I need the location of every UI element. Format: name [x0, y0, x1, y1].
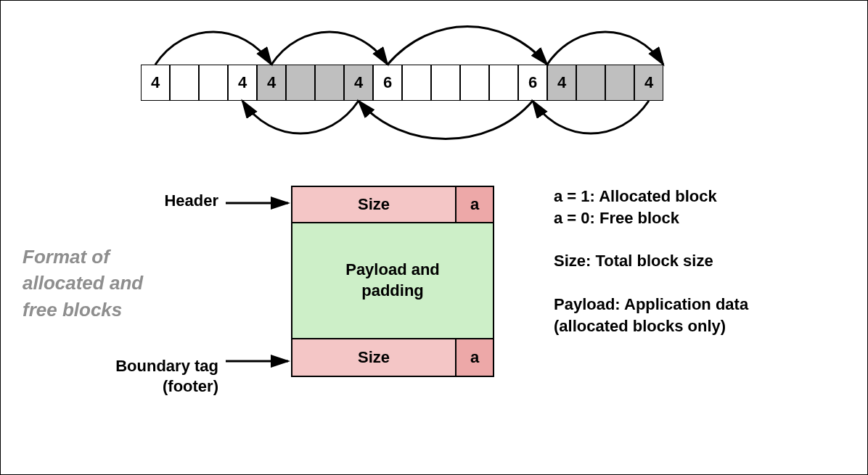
legend-a0: a = 0: Free block	[554, 207, 748, 229]
legend-size: Size: Total block size	[554, 250, 748, 272]
heap-cell: 4	[634, 65, 663, 101]
footer-a-cell: a	[456, 339, 493, 376]
heap-cell	[315, 65, 344, 101]
heap-cell: 6	[518, 65, 547, 101]
legend-payload: Payload: Application data (allocated blo…	[554, 294, 748, 336]
heap-cell: 4	[344, 65, 373, 101]
header-a-cell: a	[456, 187, 493, 222]
legend-a1: a = 1: Allocated block	[554, 186, 748, 207]
heap-cell	[576, 65, 605, 101]
block-header-row: Size a	[291, 186, 494, 223]
heap-cell	[402, 65, 431, 101]
figure-caption: Format of allocated and free blocks	[22, 244, 182, 323]
heap-cell	[199, 65, 228, 101]
heap-cell: 4	[547, 65, 576, 101]
heap-cell	[431, 65, 460, 101]
heap-cell: 4	[228, 65, 257, 101]
block-payload-row: Payload and padding	[291, 223, 494, 339]
header-size-cell: Size	[292, 187, 456, 222]
heap-cell	[605, 65, 634, 101]
heap-cell	[489, 65, 518, 101]
footer-size-cell: Size	[292, 339, 456, 376]
heap-cell	[170, 65, 199, 101]
heap-cell	[286, 65, 315, 101]
heap-strip: 44446644	[141, 65, 663, 101]
footer-label: Boundary tag (footer)	[95, 356, 218, 396]
payload-label: Payload and padding	[292, 223, 493, 338]
heap-cell: 4	[141, 65, 170, 101]
header-label: Header	[142, 191, 218, 210]
block-footer-row: Size a	[291, 339, 494, 377]
heap-cell	[460, 65, 489, 101]
heap-cell: 6	[373, 65, 402, 101]
block-format-figure: Size a Payload and padding Size a	[291, 186, 494, 377]
heap-cell: 4	[257, 65, 286, 101]
legend: a = 1: Allocated block a = 0: Free block…	[554, 186, 748, 336]
